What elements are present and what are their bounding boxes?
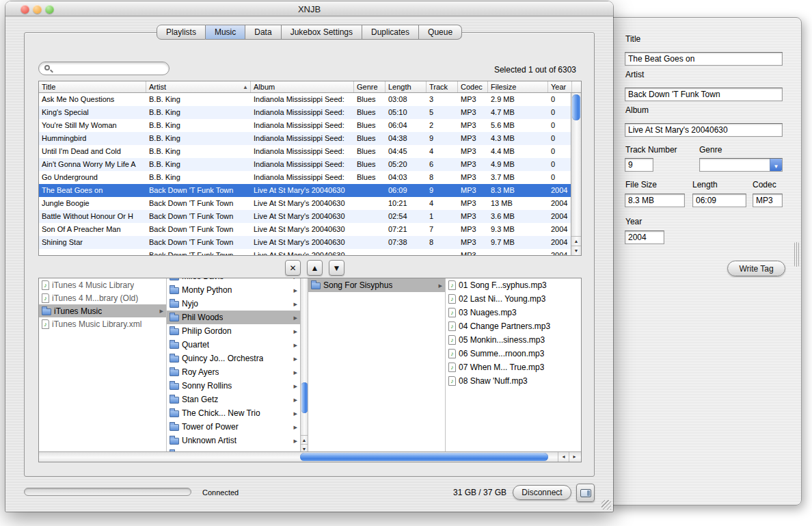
table-row[interactable]: Battle Without Honour Or HBack Down 'T F…	[39, 210, 581, 223]
table-cell: Back Down 'T Funk Town	[146, 236, 251, 249]
move-down-button[interactable]: ▼	[329, 260, 344, 276]
disconnect-button[interactable]: Disconnect	[513, 485, 571, 500]
column-header-year[interactable]: Year	[548, 81, 572, 92]
column-header-artist[interactable]: Artist▲	[146, 81, 251, 92]
titlebar[interactable]: XNJB	[5, 1, 613, 16]
artist-item[interactable]: Philip Gordon▸	[167, 324, 300, 338]
table-cell: MP3	[458, 93, 488, 106]
file-size-label: File Size	[625, 180, 657, 189]
remove-track-button[interactable]: ✕	[285, 260, 301, 276]
search-field[interactable]	[38, 62, 170, 75]
table-row[interactable]: Go UndergroundB.B. KingIndianola Mississ…	[39, 171, 581, 184]
artist-item[interactable]: Roy Ayers▸	[167, 365, 300, 379]
track-number-field[interactable]	[625, 158, 653, 172]
tab-music[interactable]: Music	[206, 25, 245, 40]
table-row[interactable]: Son Of A Preacher ManBack Down 'T Funk T…	[39, 223, 581, 236]
table-scrollbar[interactable]: ▲ ▼	[571, 93, 581, 255]
column-header-filesize[interactable]: Filesize	[488, 81, 548, 92]
chevron-right-icon: ▸	[293, 382, 300, 391]
resize-grip[interactable]	[601, 500, 611, 510]
artist-item[interactable]: Quincy Jo... Orchestra▸	[167, 352, 300, 365]
table-row[interactable]: HummingbirdB.B. KingIndianola Mississipp…	[39, 132, 581, 145]
column-header-codec[interactable]: Codec	[458, 81, 488, 92]
file-size-field[interactable]	[625, 194, 685, 207]
search-input[interactable]	[54, 63, 163, 74]
library-item[interactable]: iTunes 4 Music Library	[39, 278, 166, 291]
scroll-down-icon[interactable]: ▼	[571, 246, 581, 255]
table-cell: 10:21	[385, 197, 427, 210]
scroll-right-icon[interactable]: ▸	[569, 452, 580, 462]
artist-field[interactable]	[625, 88, 783, 101]
table-row[interactable]: You're Still My WomanB.B. KingIndianola …	[39, 119, 581, 132]
table-row[interactable]: King's SpecialB.B. KingIndianola Mississ…	[39, 106, 581, 119]
tab-data[interactable]: Data	[245, 25, 281, 40]
artist-item[interactable]: Phil Woods▸	[167, 311, 300, 324]
artist-item[interactable]: Tower of Power▸	[167, 420, 300, 434]
artist-item[interactable]: The Chick... New Trio▸	[167, 406, 300, 420]
library-item[interactable]: iTunes 4 M...brary (Old)	[39, 291, 166, 304]
table-row[interactable]: Until I'm Dead and ColdB.B. KingIndianol…	[39, 145, 581, 158]
artist-item[interactable]: Miles Davis▸	[167, 278, 300, 283]
scrollbar-thumb[interactable]	[572, 94, 580, 120]
codec-field[interactable]	[753, 194, 783, 207]
file-item[interactable]: 06 Summe...rnoon.mp3	[446, 347, 582, 360]
file-item[interactable]: 03 Nuages.mp3	[446, 306, 582, 319]
table-row[interactable]: The Beat Goes onBack Down 'T Funk TownLi…	[39, 184, 581, 197]
move-up-button[interactable]: ▲	[307, 260, 323, 276]
column-header-album[interactable]: Album	[251, 81, 354, 92]
tab-duplicates[interactable]: Duplicates	[362, 25, 419, 40]
table-cell: B.B. King	[146, 171, 251, 184]
table-row[interactable]: Ask Me No QuestionsB.B. KingIndianola Mi…	[39, 93, 581, 106]
write-tag-button[interactable]: Write Tag	[727, 261, 785, 276]
genre-field[interactable]	[700, 159, 770, 171]
close-button[interactable]	[21, 5, 29, 14]
scroll-up-icon[interactable]: ▲	[571, 236, 581, 246]
length-field[interactable]	[692, 194, 746, 207]
table-row[interactable]: Ain't Gonna Worry My Life AB.B. KingIndi…	[39, 158, 581, 171]
minimize-button[interactable]	[33, 5, 42, 14]
column-header-title[interactable]: Title	[39, 81, 146, 92]
column-header-length[interactable]: Length	[385, 81, 427, 92]
tab-jukebox-settings[interactable]: Jukebox Settings	[282, 25, 362, 40]
artist-scrollbar-thumb[interactable]	[301, 382, 308, 413]
genre-combo[interactable]: ▼	[699, 158, 783, 172]
artist-item-label: Philip Gordon	[182, 326, 232, 336]
table-row[interactable]: Shining StarBack Down 'T Funk TownLive A…	[39, 236, 581, 249]
file-item[interactable]: 05 Monkin...siness.mp3	[446, 333, 582, 347]
file-item[interactable]: 04 Change Partners.mp3	[446, 319, 582, 333]
artist-item[interactable]: Nyjo▸	[167, 297, 300, 311]
artist-item[interactable]: Stan Getz▸	[167, 393, 300, 406]
column-header-track[interactable]: Track	[427, 81, 458, 92]
scroll-left-icon[interactable]: ◂	[558, 452, 569, 462]
tab-playlists[interactable]: Playlists	[157, 25, 206, 40]
file-item[interactable]: 07 When M... True.mp3	[446, 360, 582, 374]
artist-item[interactable]: Quartet▸	[167, 338, 300, 352]
year-field[interactable]	[625, 231, 664, 244]
artist-item[interactable]: Sonny Rollins▸	[167, 379, 300, 393]
drawer-resize-handle[interactable]	[794, 242, 799, 267]
file-item[interactable]: 02 Last Ni... Young.mp3	[446, 292, 582, 306]
library-item[interactable]: iTunes Music▸	[39, 304, 166, 317]
column-header-genre[interactable]: Genre	[354, 81, 385, 92]
file-item[interactable]: 01 Song F...syphus.mp3	[446, 278, 582, 292]
table-row[interactable]: Jungle BoogieBack Down 'T Funk TownLive …	[39, 197, 581, 210]
window-title: XNJB	[60, 4, 558, 14]
hscrollbar-thumb[interactable]	[300, 453, 548, 461]
artist-item[interactable]: Monty Python▸	[167, 283, 300, 297]
music-doc-icon	[42, 293, 49, 303]
title-field[interactable]	[625, 52, 783, 66]
browser-hscrollbar[interactable]: ◂ ▸	[39, 451, 581, 462]
table-row[interactable]: Back Down 'T Funk TownLive At St Mary's …	[39, 249, 581, 256]
genre-dropdown-button[interactable]: ▼	[770, 159, 782, 171]
artist-scrollbar[interactable]: ▲ ▼	[300, 278, 308, 453]
scroll-up-icon[interactable]: ▲	[301, 435, 308, 444]
drawer-toggle-button[interactable]	[576, 484, 595, 502]
zoom-button[interactable]	[45, 5, 54, 14]
album-item[interactable]: Song For Sisyphus▸	[308, 278, 445, 292]
table-cell: 4	[427, 197, 458, 210]
album-field[interactable]	[625, 123, 783, 137]
file-item[interactable]: 08 Shaw 'Nuff.mp3	[446, 374, 582, 388]
artist-item[interactable]: Unknown Artist▸	[167, 434, 300, 447]
library-item[interactable]: iTunes Music Library.xml	[39, 317, 166, 330]
tab-queue[interactable]: Queue	[419, 25, 462, 40]
